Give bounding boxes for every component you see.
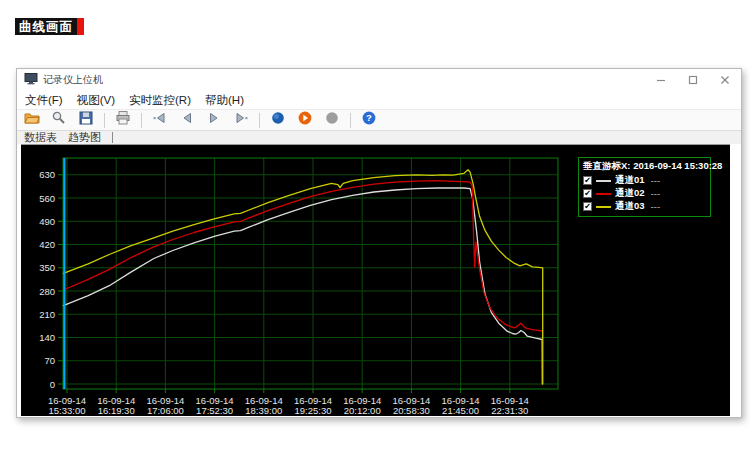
- window-title: 记录仪上位机: [43, 73, 103, 87]
- open-button[interactable]: [23, 111, 41, 129]
- maximize-button[interactable]: [677, 69, 709, 91]
- last-arrow-icon: [233, 110, 249, 130]
- save-button[interactable]: [77, 111, 95, 129]
- svg-text:18:39:00: 18:39:00: [245, 405, 282, 416]
- page-title-red-block: [77, 18, 84, 35]
- menu-realtime-monitor[interactable]: 实时监控(R): [129, 93, 191, 108]
- channel02-label: 通道02: [615, 187, 645, 200]
- legend-row-channel01: ✔ 通道01 ---: [583, 174, 706, 187]
- minimize-icon: [656, 71, 666, 89]
- maximize-icon: [688, 71, 698, 89]
- svg-text:490: 490: [39, 216, 55, 227]
- channel03-line-swatch: [596, 206, 611, 208]
- channel02-checkbox[interactable]: ✔: [583, 189, 592, 198]
- app-icon: [24, 71, 38, 89]
- svg-text:0: 0: [50, 379, 55, 390]
- svg-text:16:19:30: 16:19:30: [98, 405, 135, 416]
- svg-text:20:58:30: 20:58:30: [393, 405, 430, 416]
- legend-box: 垂直游标X: 2016-09-14 15:30:28 ✔ 通道01 --- ✔ …: [578, 157, 711, 217]
- legend-row-channel03: ✔ 通道03 ---: [583, 200, 706, 213]
- previous-button[interactable]: [178, 111, 196, 129]
- start-play-icon: [297, 110, 313, 130]
- channel03-label: 通道03: [615, 200, 645, 213]
- channel02-line-swatch: [596, 193, 611, 195]
- monitor-button[interactable]: [269, 111, 287, 129]
- toolbar-separator: [259, 113, 260, 128]
- save-icon: [78, 110, 94, 130]
- tabstrip: 数据表 趋势图: [17, 131, 741, 144]
- toolbar: ?: [17, 109, 741, 131]
- legend-row-channel02: ✔ 通道02 ---: [583, 187, 706, 200]
- monitor-sphere-icon: [270, 110, 286, 130]
- svg-text:22:31:30: 22:31:30: [491, 405, 528, 416]
- tab-divider: [112, 132, 113, 143]
- minimize-button[interactable]: [645, 69, 677, 91]
- svg-text:210: 210: [39, 309, 55, 320]
- help-button[interactable]: ?: [360, 111, 378, 129]
- window-controls: [645, 69, 741, 91]
- menu-view[interactable]: 视图(V): [77, 93, 115, 108]
- svg-text:19:25:30: 19:25:30: [295, 405, 332, 416]
- next-arrow-icon: [206, 110, 222, 130]
- cursor-value: 2016-09-14 15:30:28: [633, 160, 722, 171]
- menu-help[interactable]: 帮助(H): [205, 93, 244, 108]
- channel01-checkbox[interactable]: ✔: [583, 176, 592, 185]
- first-button[interactable]: [151, 111, 169, 129]
- start-button[interactable]: [296, 111, 314, 129]
- page-title: 曲线画面: [15, 18, 84, 35]
- menubar: 文件(F) 视图(V) 实时监控(R) 帮助(H): [17, 91, 741, 109]
- print-button[interactable]: [114, 111, 132, 129]
- search-button[interactable]: [50, 111, 68, 129]
- vertical-cursor-readout: 垂直游标X: 2016-09-14 15:30:28: [583, 160, 706, 173]
- svg-text:?: ?: [366, 112, 372, 123]
- last-button[interactable]: [232, 111, 250, 129]
- svg-text:15:33:00: 15:33:00: [49, 405, 86, 416]
- next-button[interactable]: [205, 111, 223, 129]
- help-icon: ?: [361, 110, 377, 130]
- toolbar-separator: [141, 113, 142, 128]
- svg-text:420: 420: [39, 239, 55, 250]
- page-title-text: 曲线画面: [15, 18, 77, 35]
- search-icon: [51, 110, 67, 130]
- svg-text:20:12:00: 20:12:00: [344, 405, 381, 416]
- app-window: 记录仪上位机 文件(F) 视图(V) 实时监控(R) 帮助(H): [16, 68, 742, 418]
- channel01-label: 通道01: [615, 174, 645, 187]
- svg-text:17:52:30: 17:52:30: [196, 405, 233, 416]
- channel01-line-swatch: [596, 180, 611, 182]
- stop-button[interactable]: [323, 111, 341, 129]
- channel03-value: ---: [651, 201, 661, 212]
- channel03-checkbox[interactable]: ✔: [583, 202, 592, 211]
- close-icon: [720, 71, 730, 89]
- titlebar: 记录仪上位机: [17, 69, 741, 91]
- trend-chart-panel: 07014021028035042049056063016-09-1415:33…: [21, 144, 730, 416]
- svg-text:70: 70: [44, 355, 55, 366]
- first-arrow-icon: [152, 110, 168, 130]
- toolbar-separator: [350, 113, 351, 128]
- previous-arrow-icon: [179, 110, 195, 130]
- channel02-value: ---: [651, 188, 661, 199]
- open-folder-icon: [24, 110, 40, 130]
- tab-trend-chart[interactable]: 趋势图: [68, 130, 101, 145]
- tab-data-table[interactable]: 数据表: [24, 130, 57, 145]
- svg-text:560: 560: [39, 193, 55, 204]
- svg-text:280: 280: [39, 286, 55, 297]
- stop-circle-icon: [324, 110, 340, 130]
- cursor-label: 垂直游标X:: [583, 160, 631, 171]
- svg-text:630: 630: [39, 169, 55, 180]
- toolbar-separator: [104, 113, 105, 128]
- svg-text:21:45:00: 21:45:00: [442, 405, 479, 416]
- printer-icon: [115, 110, 131, 130]
- svg-text:350: 350: [39, 262, 55, 273]
- svg-text:17:06:00: 17:06:00: [147, 405, 184, 416]
- channel01-value: ---: [651, 175, 661, 186]
- svg-text:140: 140: [39, 332, 55, 343]
- close-button[interactable]: [709, 69, 741, 91]
- menu-file[interactable]: 文件(F): [25, 93, 63, 108]
